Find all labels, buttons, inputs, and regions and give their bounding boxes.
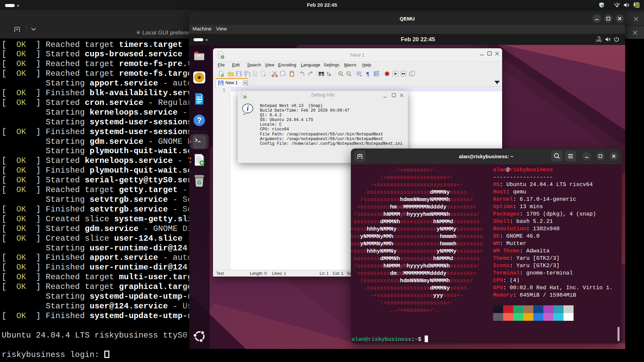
- svg-text:a: a: [327, 71, 329, 74]
- svg-text:?: ?: [197, 116, 202, 125]
- svg-text:i: i: [247, 105, 249, 112]
- svg-text:♻: ♻: [197, 180, 202, 186]
- svg-text:¶: ¶: [366, 71, 369, 77]
